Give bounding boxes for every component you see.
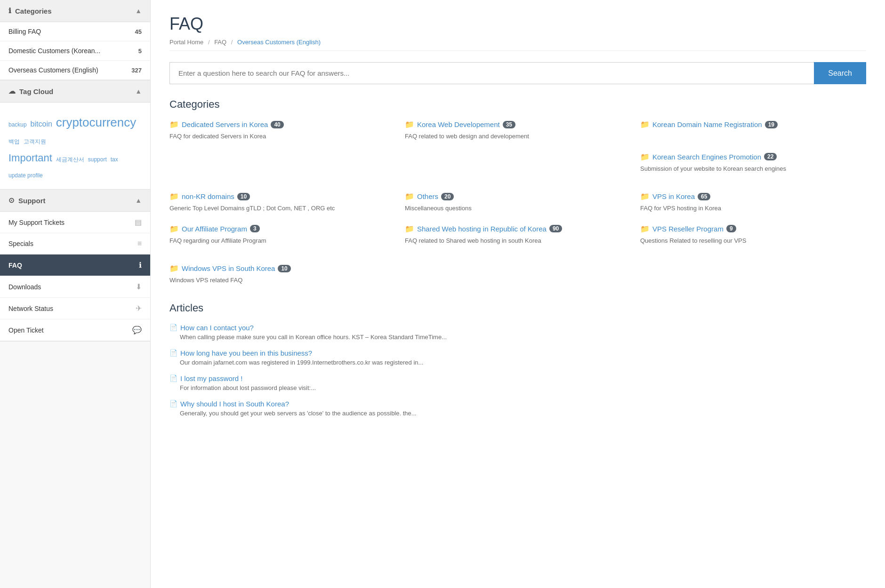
category-badge: 90 (549, 225, 562, 232)
tag-backup[interactable]: backup (8, 121, 27, 128)
tag-update-profile[interactable]: update profile (8, 172, 43, 179)
article-item: 📄 How can I contact you? When calling pl… (169, 324, 866, 341)
category-name: Billing FAQ (8, 28, 41, 35)
category-link[interactable]: VPS Reseller Program (652, 225, 724, 233)
articles-list: 📄 How can I contact you? When calling pl… (169, 324, 866, 417)
category-card: 📁 Korean Domain Name Registration 19 (640, 120, 866, 141)
list-item[interactable]: Billing FAQ 45 (0, 22, 150, 41)
category-card: 📁 Our Affiliate Program 3 FAQ regarding … (169, 224, 395, 246)
sidebar-item-my-support-tickets[interactable]: My Support Tickets ▤ (0, 212, 150, 233)
sidebar-support-section: ⊙ Support ▲ My Support Tickets ▤ Special… (0, 190, 150, 342)
support-header[interactable]: ⊙ Support ▲ (0, 190, 150, 212)
category-card: 📁 Korean Search Engines Promotion 22 Sub… (640, 152, 866, 174)
list-item[interactable]: Overseas Customers (English) 327 (0, 61, 150, 80)
network-icon: ✈ (136, 304, 142, 313)
cloud-icon: ☁ (8, 87, 16, 95)
article-description: Our domain jafarnet.com was registered i… (169, 359, 866, 366)
article-link[interactable]: How long have you been in this business? (180, 349, 312, 357)
download-icon: ⬇ (136, 282, 142, 291)
category-card: 📁 VPS in Korea 65 FAQ for VPS hosting in… (640, 192, 866, 213)
breadcrumb-current[interactable]: Overseas Customers (English) (237, 39, 321, 46)
category-description: FAQ for VPS hosting in Korea (640, 204, 866, 213)
categories-heading: Categories (169, 98, 866, 111)
category-link[interactable]: Korean Domain Name Registration (652, 120, 762, 128)
category-link[interactable]: Shared Web hosting in Republic of Korea (417, 225, 547, 233)
category-link[interactable]: non-KR domains (182, 192, 234, 200)
category-link[interactable]: Others (417, 192, 438, 200)
category-badge: 22 (764, 153, 777, 160)
breadcrumb-home[interactable]: Portal Home (169, 39, 203, 46)
article-description: For information about lost password plea… (169, 384, 866, 391)
windows-vps-row: 📁 Windows VPS in South Korea 10 Windows … (169, 264, 866, 285)
info-icon: ℹ (8, 7, 11, 15)
category-card: 📁 VPS Reseller Program 9 Questions Relat… (640, 224, 866, 246)
categories-list: Billing FAQ 45 Domestic Customers (Korea… (0, 22, 150, 80)
folder-icon: 📁 (169, 264, 179, 273)
category-badge: 20 (441, 193, 454, 200)
category-grid: 📁 Dedicated Servers in Korea 40 FAQ for … (169, 120, 866, 173)
nav-label: FAQ (8, 262, 22, 269)
chat-icon: 💬 (132, 326, 142, 334)
sidebar-item-faq[interactable]: FAQ ℹ (0, 254, 150, 276)
sidebar-item-open-ticket[interactable]: Open Ticket 💬 (0, 319, 150, 341)
tag-support[interactable]: support (88, 156, 107, 163)
article-link[interactable]: Why should I host in South Korea? (180, 400, 289, 408)
article-item: 📄 Why should I host in South Korea? Gene… (169, 400, 866, 417)
search-input[interactable] (169, 62, 814, 84)
category-badge: 3 (250, 225, 260, 232)
category-link[interactable]: Our Affiliate Program (182, 225, 247, 233)
categories-header[interactable]: ℹ Categories ▲ (0, 0, 150, 22)
sidebar-item-downloads[interactable]: Downloads ⬇ (0, 276, 150, 298)
category-badge: 65 (698, 193, 710, 200)
sidebar-item-network-status[interactable]: Network Status ✈ (0, 298, 150, 319)
nav-label: Network Status (8, 305, 53, 312)
page-title: FAQ (169, 14, 866, 34)
category-count: 5 (138, 48, 142, 55)
tag-tax[interactable]: tax (111, 156, 118, 163)
tag-support-kr[interactable]: 고객지원 (24, 138, 46, 145)
category-link[interactable]: Windows VPS in South Korea (182, 264, 275, 272)
folder-icon: 📁 (405, 120, 414, 129)
article-link[interactable]: I lost my password ! (180, 374, 243, 382)
folder-icon: 📁 (405, 192, 414, 201)
category-badge: 40 (271, 121, 283, 128)
chevron-up-icon: ▲ (135, 197, 142, 204)
tag-backup-kr[interactable]: 백업 (8, 138, 20, 145)
category-link[interactable]: Korea Web Developement (417, 120, 500, 128)
category-link[interactable]: VPS in Korea (652, 192, 695, 200)
categories-label: Categories (15, 7, 52, 15)
search-button[interactable]: Search (814, 62, 866, 84)
category-description: Submission of your website to Korean sea… (640, 164, 866, 174)
article-link[interactable]: How can I contact you? (180, 324, 254, 332)
sidebar-item-specials[interactable]: Specials ≡ (0, 233, 150, 254)
tag-important[interactable]: Important (8, 152, 52, 164)
article-description: Generally, you should get your web serve… (169, 410, 866, 417)
category-badge: 35 (503, 121, 515, 128)
tag-bitcoin[interactable]: bitcoin (31, 120, 52, 128)
breadcrumb-faq[interactable]: FAQ (214, 39, 226, 46)
nav-label: Downloads (8, 283, 41, 291)
tag-cryptocurrency[interactable]: cryptocurrency (56, 115, 137, 129)
article-description: When calling please make sure you call i… (169, 334, 866, 341)
info-icon: ℹ (139, 261, 142, 270)
tagcloud-header[interactable]: ☁ Tag Cloud ▲ (0, 80, 150, 103)
document-icon: 📄 (169, 374, 177, 382)
article-item: 📄 How long have you been in this busines… (169, 349, 866, 366)
category-card: 📁 Others 20 Miscellaneous questions (405, 192, 631, 213)
category-card: 📁 Shared Web hosting in Republic of Kore… (405, 224, 631, 246)
main-content: FAQ Portal Home / FAQ / Overseas Custome… (151, 0, 885, 588)
chevron-up-icon: ▲ (135, 7, 142, 15)
category-count: 45 (135, 28, 142, 35)
nav-label: My Support Tickets (8, 219, 64, 226)
tag-tax-kr[interactable]: 세금계산서 (56, 156, 84, 163)
folder-icon: 📁 (405, 224, 414, 233)
category-name: Domestic Customers (Korean... (8, 47, 100, 55)
list-item[interactable]: Domestic Customers (Korean... 5 (0, 41, 150, 61)
category-description: FAQ related to Shared web hosting in sou… (405, 236, 631, 246)
category-description: Windows VPS related FAQ (169, 276, 866, 285)
category-badge: 10 (237, 193, 250, 200)
sidebar-categories-section: ℹ Categories ▲ Billing FAQ 45 Domestic C… (0, 0, 150, 80)
category-link[interactable]: Korean Search Engines Promotion (652, 153, 761, 161)
category-link[interactable]: Dedicated Servers in Korea (182, 120, 268, 128)
category-name: Overseas Customers (English) (8, 66, 98, 74)
